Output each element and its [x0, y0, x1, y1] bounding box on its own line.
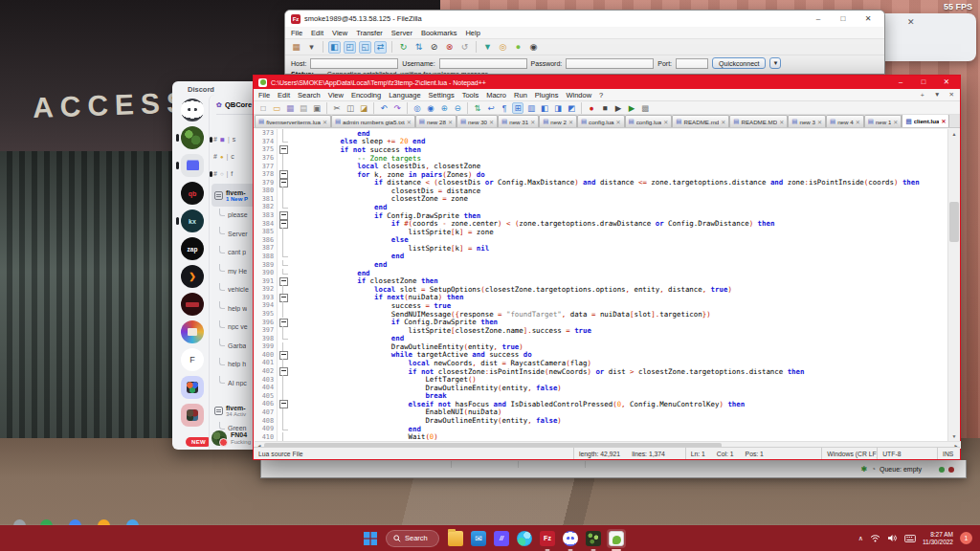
notepadpp-save-all-icon[interactable]: ▤	[298, 102, 309, 114]
code-editor[interactable]: 373 end374 else sleep += 20 end375 if no…	[255, 129, 949, 441]
notepadpp-menu-window[interactable]: Window	[566, 91, 591, 99]
notepadpp-menu-encoding[interactable]: Encoding	[351, 91, 381, 99]
scroll-down-arrow[interactable]: ▼	[948, 431, 960, 441]
notepadpp-new-file-icon[interactable]: □	[257, 102, 269, 114]
tab-fivemserveritems.lua[interactable]: ▤fivemserveritems.lua✕	[255, 115, 331, 127]
notepadpp-indent-guide-icon[interactable]: ⊞	[512, 102, 523, 114]
tab-close-icon[interactable]: ✕	[779, 119, 784, 125]
notepadpp-menu-macro[interactable]: Macro	[486, 91, 506, 99]
notepadpp-doc-map-icon[interactable]: ◧	[539, 102, 550, 114]
tab-new-3[interactable]: ▤new 3✕	[788, 115, 826, 127]
wifi-icon[interactable]	[870, 534, 880, 542]
scroll-up-arrow[interactable]: ▲	[948, 129, 960, 139]
filezilla-menu-help[interactable]: Help	[465, 29, 479, 37]
tab-new-2[interactable]: ▤new 2✕	[539, 115, 577, 127]
notepadpp-cut-icon[interactable]: ✂	[331, 102, 343, 114]
taskbar-app-medal[interactable]: //	[492, 529, 511, 548]
notepadpp-paste-icon[interactable]: ◪	[358, 102, 369, 114]
notepadpp-redo-icon[interactable]: ↷	[391, 102, 403, 114]
fold-box-icon[interactable]	[278, 170, 289, 179]
notepadpp-doc-list-icon[interactable]: ◨	[552, 102, 564, 114]
notepadpp-menu-?[interactable]: ?	[599, 91, 603, 99]
tabbar-button-2[interactable]: ✕	[949, 91, 954, 99]
notepadpp-menu-language[interactable]: Language	[389, 91, 420, 99]
tab-close-icon[interactable]: ✕	[489, 119, 494, 125]
taskbar-app-discord[interactable]	[561, 529, 580, 548]
filezilla-titlebar[interactable]: Fz smoke1989@45.13.58.125 - FileZilla – …	[285, 11, 884, 27]
tab-close-icon[interactable]: ✕	[323, 119, 327, 125]
quickconnect-button[interactable]: Quickconnect	[712, 57, 766, 69]
notepadpp-undo-icon[interactable]: ↶	[378, 102, 390, 114]
filezilla-toggle-queue-icon[interactable]: ⇄	[374, 41, 387, 54]
tab-close-icon[interactable]: ✕	[663, 119, 668, 125]
tab-new-1[interactable]: ▤new 1✕	[864, 115, 902, 127]
taskbar-app-explorer[interactable]	[446, 529, 465, 548]
fold-box-icon[interactable]	[278, 145, 289, 154]
tab-close-icon[interactable]: ✕	[616, 119, 621, 125]
taskbar-app-filezilla[interactable]: Fz	[538, 529, 557, 548]
notepadpp-sync-scroll-icon[interactable]: ⇅	[472, 102, 483, 114]
start-button[interactable]	[362, 530, 379, 547]
notepadpp-run-macro-icon[interactable]: ▶	[626, 102, 637, 114]
notepadpp-file-browser-icon[interactable]: ◩	[566, 102, 577, 114]
tab-new-31[interactable]: ▤new 31✕	[498, 115, 539, 127]
tab-close-icon[interactable]: ✕	[721, 119, 725, 125]
filezilla-menu-bookmarks[interactable]: Bookmarks	[421, 29, 457, 37]
tab-new-4[interactable]: ▤new 4✕	[826, 115, 864, 127]
minimize-button[interactable]: –	[889, 76, 912, 89]
filezilla-filter-icon[interactable]: ▼	[481, 41, 494, 54]
filezilla-site-manager-icon[interactable]: ▦	[290, 41, 302, 54]
notepadpp-menu-tools[interactable]: Tools	[462, 91, 479, 99]
notepadpp-menu-settings[interactable]: Settings	[429, 91, 455, 99]
notepadpp-titlebar[interactable]: C:\Users\SMOKE\AppData\Local\Temp\fz3tem…	[254, 76, 960, 89]
notepadpp-copy-icon[interactable]: ◫	[345, 102, 356, 114]
filezilla-menu-transfer[interactable]: Transfer	[356, 29, 383, 37]
notepadpp-save-macro-icon[interactable]: ▩	[639, 102, 651, 114]
notepadpp-play-macro-icon[interactable]: ▶	[612, 102, 624, 114]
server-icon-zap[interactable]: zap	[181, 237, 204, 260]
server-icon-discord-home[interactable]	[181, 99, 204, 121]
maximize-button[interactable]: □	[912, 76, 935, 89]
tab-new-30[interactable]: ▤new 30✕	[457, 115, 498, 127]
fold-box-icon[interactable]	[278, 351, 289, 360]
username-input[interactable]	[439, 58, 527, 69]
touch-keyboard-icon[interactable]	[904, 535, 916, 542]
tab-new-28[interactable]: ▤new 28✕	[415, 115, 457, 127]
scrollbar-thumb[interactable]	[949, 202, 959, 242]
fold-box-icon[interactable]	[278, 219, 289, 228]
vertical-scrollbar[interactable]: ▲ ▼	[947, 129, 959, 441]
notepadpp-print-icon[interactable]: ▣	[311, 102, 323, 114]
notepadpp-stop-macro-icon[interactable]: ■	[599, 102, 611, 114]
close-button[interactable]: ✕	[856, 11, 880, 27]
tab-close-icon[interactable]: ✕	[817, 119, 822, 125]
tab-close-icon[interactable]: ✕	[407, 119, 412, 125]
password-input[interactable]	[566, 58, 654, 69]
notepadpp-save-icon[interactable]: ▦	[284, 102, 296, 114]
taskbar-app-edge[interactable]	[515, 529, 534, 548]
filezilla-menu-file[interactable]: File	[291, 29, 302, 37]
toast-close-icon[interactable]: ✕	[907, 17, 915, 27]
tab-close-icon[interactable]: ✕	[941, 118, 946, 124]
server-icon-upperclass[interactable]	[181, 293, 204, 316]
port-input[interactable]	[676, 58, 708, 69]
host-input[interactable]	[310, 58, 398, 69]
filezilla-directory-compare-icon[interactable]: ◎	[497, 41, 509, 54]
tab-close-icon[interactable]: ✕	[568, 119, 573, 125]
tab-client.lua[interactable]: ▤client.lua✕	[902, 115, 949, 127]
tab-README.md[interactable]: ▤README.md✕	[672, 115, 729, 127]
server-icon-qbcore[interactable]: qb	[181, 182, 204, 205]
notepadpp-menu-file[interactable]: File	[258, 91, 270, 99]
fold-box-icon[interactable]	[278, 178, 289, 187]
volume-icon[interactable]	[887, 534, 898, 542]
fold-box-icon[interactable]	[278, 294, 289, 302]
notepadpp-zoom-out-icon[interactable]: ⊖	[452, 102, 463, 114]
tab-README.MD[interactable]: ▤README.MD✕	[729, 115, 788, 127]
filezilla-menu-server[interactable]: Server	[391, 29, 412, 37]
filezilla-sync-browsing-icon[interactable]: ●	[512, 41, 524, 54]
server-icon-apps-folder[interactable]	[181, 376, 204, 399]
filezilla-menu-view[interactable]: View	[332, 29, 347, 37]
server-icon-kx[interactable]: kx	[181, 209, 204, 232]
tab-close-icon[interactable]: ✕	[530, 119, 535, 125]
filezilla-search-icon[interactable]: ◉	[527, 41, 540, 54]
server-icon-f-server[interactable]: F	[181, 348, 204, 371]
